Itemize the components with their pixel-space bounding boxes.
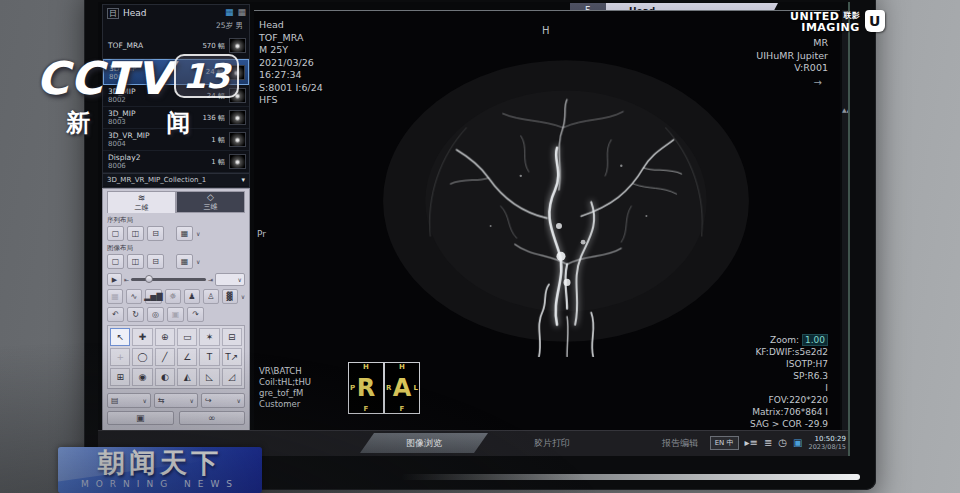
link-icon[interactable]: ▦ (107, 289, 123, 304)
cube-icon: ◇ (207, 192, 214, 202)
series-id: 8006 (108, 162, 211, 170)
layout-single-button[interactable]: ▢ (107, 254, 124, 269)
send-icon: ↪ (205, 396, 212, 405)
series-name: Display2 (108, 153, 211, 162)
flip-horizontal-tool[interactable]: ◭ (177, 368, 197, 386)
tool-grid: ↖ ✚ ⊕ ▭ ✶ ⊟ + ◯ ╱ ∠ T T↗ ⊞ ◉ ◐ ◭ ◺ (107, 325, 245, 389)
layout-single-button[interactable]: ▢ (107, 226, 124, 241)
magnify-box-tool[interactable]: ⊞ (110, 368, 130, 386)
image-viewport[interactable]: H Pr Head TOF_MRA M 25Y 2021/03/26 16:27… (254, 10, 840, 446)
grid-view-icon[interactable]: ▦ (225, 7, 234, 17)
chevron-down-icon: ∨ (237, 397, 241, 404)
layout-hsplit-button[interactable]: ⊟ (147, 226, 164, 241)
tab-2d[interactable]: ≋ 二维 (107, 191, 176, 213)
angle-tool[interactable]: ∠ (177, 348, 197, 366)
skip-end-icon[interactable]: ⇥ (208, 276, 213, 283)
rotate-left-tool[interactable]: ◺ (199, 368, 219, 386)
text-arrow-tool[interactable]: T↗ (222, 348, 242, 366)
chevron-down-icon[interactable]: ∨ (196, 230, 200, 237)
power-icon[interactable]: ◷ (778, 437, 787, 449)
colormap-swatch[interactable]: ▓ (222, 289, 238, 304)
save-state-dropdown[interactable]: ▤ ∨ (107, 393, 151, 408)
queue-icon[interactable]: ▸≡ (745, 437, 758, 449)
chevron-down-icon: ∨ (238, 276, 242, 283)
language-toggle[interactable]: EN 中 (710, 436, 739, 450)
rotate-right-tool[interactable]: ◿ (222, 368, 242, 386)
arrow-icon: → (814, 77, 822, 88)
orientation-box-r: H P R F (348, 362, 384, 414)
zoom-label: Zoom: (770, 335, 799, 345)
series-thumbnail[interactable] (229, 38, 246, 53)
enhance-tool[interactable]: ✶ (199, 328, 219, 346)
series-thumbnail[interactable] (229, 154, 246, 169)
rotate-icon[interactable]: ↷ (187, 307, 204, 322)
send-dropdown[interactable]: ↪ ∨ (201, 393, 245, 408)
transfer-dropdown[interactable]: ⇆ ∨ (154, 393, 198, 408)
layout-hsplit-button[interactable]: ⊟ (147, 254, 164, 269)
body-marker-icon[interactable]: ♟ (184, 289, 200, 304)
probe-tool[interactable]: ◉ (132, 368, 152, 386)
cine-slider[interactable] (131, 278, 206, 281)
crosshair-tool[interactable]: + (110, 348, 130, 366)
sync-icon[interactable]: ☼ (165, 289, 181, 304)
pan-tool[interactable]: ✚ (132, 328, 152, 346)
undo-icon[interactable]: ↶ (107, 307, 124, 322)
copy-icon[interactable]: ▣ (167, 307, 184, 322)
collection-row[interactable]: 3D_MR_VR_MIP_Collection_1 ▾ (103, 173, 249, 186)
image-info-bottom-left: VR\BATCH Coil:tHL;tHU gre_tof_fM Custome… (259, 366, 311, 410)
roi-rect-tool[interactable]: ▭ (177, 328, 197, 346)
cursor-tool[interactable]: ↖ (110, 328, 130, 346)
scroll-down-icon[interactable]: ▾ (241, 176, 245, 184)
curve-icon[interactable]: ∿ (126, 289, 142, 304)
tab-film-print[interactable]: 胶片打印 (488, 433, 616, 453)
skip-start-icon[interactable]: ⇤ (124, 276, 129, 283)
tab-image-browse[interactable]: 图像浏览 (360, 433, 488, 453)
broadcast-frame: 日 Head ▦ ▦ 25岁 男 TOF_MRA 570 幅 (0, 0, 960, 493)
tab-3d[interactable]: ◇ 三维 (176, 191, 245, 213)
channel-logo: CCTV13 新 闻 (36, 52, 239, 139)
scroll-up-icon[interactable]: ▲▲ (842, 106, 850, 113)
line-tool[interactable]: ╱ (155, 348, 175, 366)
program-title: 朝闻天下 (58, 447, 262, 479)
series-count: 1 幅 (211, 157, 225, 167)
zoom-value[interactable]: 1.00 (802, 334, 828, 346)
channel-number: 13 (174, 54, 239, 98)
calendar-icon: 日 (107, 8, 119, 19)
delete-roi-tool[interactable]: ⊟ (222, 328, 242, 346)
layers-icon[interactable]: ≣ (764, 437, 772, 449)
play-button[interactable]: ▶ (107, 273, 122, 286)
cine-speed-dropdown[interactable]: ∨ (215, 273, 245, 286)
layout-grid-button[interactable]: ▦ (176, 254, 193, 269)
series-item[interactable]: Display2 8006 1 幅 (103, 151, 249, 173)
transfer-icon: ⇆ (158, 396, 165, 405)
toolbox-icon[interactable]: ▣ (793, 437, 802, 449)
histogram-icon[interactable]: ▂▅▇ (145, 289, 162, 304)
cycle-icon[interactable]: ↻ (127, 307, 144, 322)
capture-button[interactable]: ▣ (107, 411, 174, 425)
invert-tool[interactable]: ◐ (155, 368, 175, 386)
layout-vsplit-button[interactable]: ◫ (127, 254, 144, 269)
image-info-bottom-right: Zoom: 1.00 KF:DWIF:s5e2d2 ISOTP:H7 SP:R6… (721, 334, 828, 442)
viewport-scrollbar[interactable]: ▲▲ ▼▼ (842, 10, 850, 446)
review-button[interactable]: ∞ (179, 411, 246, 425)
control-panel: ≋ 二维 ◇ 三维 序列布局 ▢ ◫ ⊟ ▦ (102, 188, 250, 446)
ellipse-tool[interactable]: ◯ (132, 348, 152, 366)
channel-subtitle: 新 闻 (66, 107, 239, 139)
series-layout-label: 序列布局 (107, 216, 245, 225)
list-view-icon[interactable]: ▦ (237, 7, 246, 17)
text-tool[interactable]: T (199, 348, 219, 366)
series-id: 8004 (108, 140, 211, 148)
chevron-down-icon[interactable]: ∨ (196, 258, 200, 265)
image-info-top-right: MR UIHuMR Jupiter V:R001 (756, 37, 828, 75)
layout-grid-button[interactable]: ▦ (176, 226, 193, 241)
target-icon[interactable]: ◎ (147, 307, 164, 322)
slider-knob[interactable] (145, 275, 153, 283)
orientation-marker-left: Pr (257, 229, 266, 239)
save-icon: ▤ (111, 396, 119, 405)
mra-brain-image (370, 55, 762, 357)
chevron-down-icon[interactable]: ∨ (241, 293, 245, 300)
zoom-tool[interactable]: ⊕ (155, 328, 175, 346)
orientation-box-a: H R A L F (384, 362, 420, 414)
layout-vsplit-button[interactable]: ◫ (127, 226, 144, 241)
body-range-icon[interactable]: ♙ (203, 289, 219, 304)
